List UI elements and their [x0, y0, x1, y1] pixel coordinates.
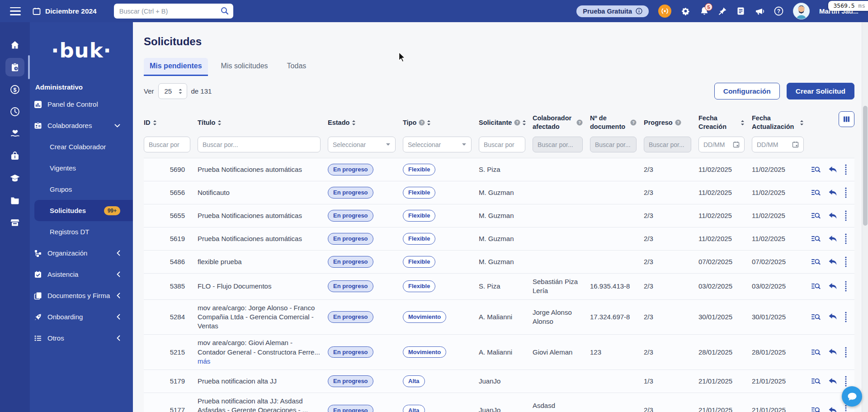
revert-icon[interactable] [828, 212, 837, 220]
sort-icon[interactable] [352, 120, 356, 126]
help-circle-icon[interactable]: ? [576, 119, 583, 126]
sort-icon[interactable] [741, 120, 745, 126]
table-row[interactable]: 5486 flexible prueba En progreso Flexibl… [144, 251, 854, 274]
column-settings-button[interactable] [839, 111, 854, 127]
sidebar-item-panel-de-control[interactable]: Panel de Control [30, 94, 133, 115]
sort-icon[interactable] [153, 120, 157, 126]
revert-icon[interactable] [828, 283, 837, 290]
column-header-fecha-actualizacion[interactable]: Fecha Actualización [752, 114, 811, 131]
revert-icon[interactable] [828, 166, 837, 174]
more-options-icon[interactable] [845, 347, 847, 358]
sidebar-subitem-grupos[interactable]: Grupos [30, 179, 133, 200]
changelog-icon[interactable] [736, 7, 745, 15]
tab-mis-pendientes[interactable]: Mis pendientes [144, 58, 208, 76]
table-row[interactable]: 5215 mov area/cargo: Giovi Aleman - Cont… [144, 335, 854, 370]
filter-fecha-actualizacion-date[interactable]: DD/MM [752, 137, 804, 152]
view-detail-icon[interactable] [811, 348, 821, 356]
filter-solicitante-input[interactable] [479, 137, 525, 152]
revert-icon[interactable] [828, 258, 837, 266]
more-options-icon[interactable] [845, 405, 847, 412]
crear-solicitud-button[interactable]: Crear Solicitud [787, 83, 854, 99]
more-options-icon[interactable] [845, 256, 847, 267]
column-header-progreso[interactable]: Progreso ? [644, 118, 698, 127]
rail-requests-icon[interactable] [5, 58, 24, 76]
more-options-icon[interactable] [845, 233, 847, 244]
sidebar-item-organizacion[interactable]: Organización [30, 242, 133, 264]
more-options-icon[interactable] [845, 187, 847, 198]
sidebar-subitem-vigentes[interactable]: Vigentes [30, 157, 133, 179]
column-header-id[interactable]: ID [144, 118, 198, 127]
column-header-documento[interactable]: Nº de documento ? [590, 114, 644, 131]
trial-badge[interactable]: Prueba Gratuita [576, 5, 649, 17]
filter-tipo-select[interactable]: Seleccionar [403, 137, 472, 152]
view-detail-icon[interactable] [811, 189, 821, 197]
filter-estado-select[interactable]: Seleccionar [328, 137, 396, 152]
help-circle-icon[interactable]: ? [419, 119, 425, 126]
page-size-select[interactable]: 25 [158, 83, 187, 99]
view-detail-icon[interactable] [811, 313, 821, 321]
column-header-tipo[interactable]: Tipo ? [403, 118, 479, 127]
help-circle-icon[interactable]: ? [675, 119, 681, 126]
search-icon[interactable] [220, 6, 229, 15]
table-row[interactable]: 5284 mov area/cargo: Jorge Alonso - Fran… [144, 300, 854, 335]
configuracion-button[interactable]: Configuración [714, 83, 780, 99]
rail-time-icon[interactable] [5, 102, 24, 121]
pin-icon[interactable] [718, 7, 727, 15]
more-options-icon[interactable] [845, 312, 847, 322]
column-header-colaborador-afectado[interactable]: Colaborador afectado ? [533, 114, 590, 131]
revert-icon[interactable] [828, 378, 837, 385]
column-header-estado[interactable]: Estado [328, 118, 403, 127]
rail-home-icon[interactable] [5, 36, 24, 54]
sidebar-item-colaboradores[interactable]: Colaboradores [30, 115, 133, 136]
user-avatar[interactable] [793, 3, 810, 19]
sort-icon[interactable] [217, 120, 222, 126]
view-detail-icon[interactable] [811, 235, 821, 243]
rail-payroll-icon[interactable]: $ [5, 80, 24, 99]
table-row[interactable]: 5385 FLO - Flujo Documentos En progreso … [144, 274, 854, 300]
sidebar-item-otros[interactable]: Otros [30, 327, 133, 349]
scrollbar-thumb[interactable] [863, 106, 868, 226]
sort-icon[interactable] [522, 120, 526, 126]
coach-icon[interactable] [658, 5, 671, 18]
sidebar-item-documentos-y-firma[interactable]: Documentos y Firma [30, 285, 133, 306]
view-detail-icon[interactable] [811, 377, 821, 385]
view-detail-icon[interactable] [811, 212, 821, 220]
sidebar-subitem-solicitudes[interactable]: Solicitudes 99+ [34, 200, 133, 221]
more-link[interactable]: más [198, 357, 210, 365]
more-options-icon[interactable] [845, 164, 847, 175]
more-options-icon[interactable] [845, 376, 847, 387]
rail-benefits-icon[interactable] [5, 124, 24, 143]
sidebar-subitem-crear-colaborador[interactable]: Crear Colaborador [30, 136, 133, 157]
settings-gear-icon[interactable] [681, 6, 690, 16]
revert-icon[interactable] [828, 313, 837, 321]
revert-icon[interactable] [828, 348, 837, 356]
sort-icon[interactable] [800, 120, 804, 126]
help-icon[interactable]: ? [774, 6, 783, 16]
revert-icon[interactable] [828, 407, 837, 412]
table-row[interactable]: 5177 Prueba notificacion alta JJ: Asdasd… [144, 393, 854, 412]
help-circle-icon[interactable]: ? [630, 119, 637, 126]
column-header-titulo[interactable]: Título [198, 118, 328, 127]
sidebar-subitem-registros-dt[interactable]: Registros DT [30, 221, 133, 242]
rail-culture-icon[interactable] [5, 147, 24, 165]
table-row[interactable]: 5656 Notificauto En progreso Flexible M.… [144, 181, 854, 204]
filter-fecha-creacion-date[interactable]: DD/MM [698, 137, 745, 152]
more-options-icon[interactable] [845, 281, 847, 292]
tab-mis-solicitudes[interactable]: Mis solicitudes [215, 58, 274, 76]
sidebar-item-onboarding[interactable]: Onboarding [30, 306, 133, 327]
notifications-bell-icon[interactable]: 5 [700, 6, 709, 16]
table-row[interactable]: 5619 Prueba Notificaciones automáticas E… [144, 227, 854, 251]
hamburger-menu-icon[interactable] [10, 7, 21, 15]
table-row[interactable]: 5690 Prueba Notificaciones automáticas E… [144, 158, 854, 181]
view-detail-icon[interactable] [811, 258, 821, 266]
rail-marketplace-icon[interactable] [5, 213, 24, 232]
rail-files-icon[interactable] [5, 191, 24, 209]
column-header-fecha-creacion[interactable]: Fecha Creación [698, 114, 752, 131]
view-detail-icon[interactable] [811, 406, 821, 412]
sidebar-item-asistencia[interactable]: Asistencia [30, 264, 133, 285]
more-options-icon[interactable] [845, 210, 847, 221]
rail-education-icon[interactable] [5, 169, 24, 187]
sort-icon[interactable] [427, 120, 431, 126]
revert-icon[interactable] [828, 235, 837, 243]
chat-bubble-button[interactable] [842, 386, 862, 407]
